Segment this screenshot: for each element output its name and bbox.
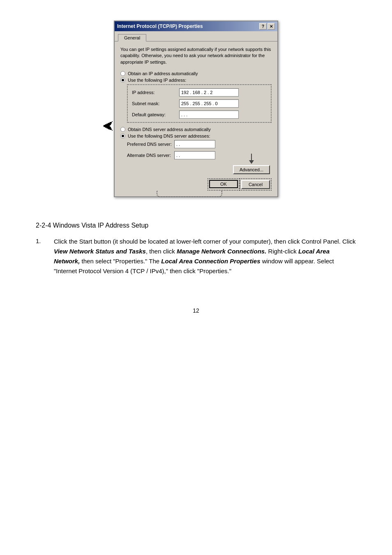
subnet-mask-row: Subnet mask: 255 . 255 . 255 . 0 — [132, 99, 267, 108]
radio-obtain-auto-input[interactable] — [120, 71, 125, 76]
dotted-bottom-annotation — [157, 191, 222, 197]
radio-obtain-auto-label: Obtain an IP address automatically — [128, 71, 198, 76]
ok-btn-wrapper: OK — [209, 180, 238, 189]
radio-use-following-input[interactable] — [120, 78, 125, 83]
arrow-head-icon — [249, 160, 254, 164]
text-middle-3: then select "Properties." The — [80, 258, 161, 265]
default-gateway-input[interactable]: . . . — [179, 111, 239, 119]
section-heading: 2-2-4 Windows Vista IP Address Setup — [36, 222, 356, 229]
radio-use-following[interactable]: Use the following IP address: — [120, 78, 272, 83]
preferred-dns-label: Preferred DNS server: — [127, 142, 174, 147]
radio-obtain-dns-auto[interactable]: Obtain DNS server address automatically — [120, 127, 272, 132]
tab-bar: General — [115, 31, 277, 41]
ip-address-row: IP address: 192 . 168 . 2 . 2 — [132, 88, 267, 97]
radio-use-following-label: Use the following IP address: — [128, 78, 186, 83]
bold-text-1: View Network Status and Tasks — [54, 248, 146, 255]
cursor-arrow-icon: ⮜ — [102, 120, 114, 134]
radio-use-dns-input[interactable] — [120, 134, 125, 138]
page-number: 12 — [28, 283, 364, 314]
list-item-1: 1. Click the Start button (it should be … — [36, 237, 356, 276]
cancel-btn-wrapper: Cancel — [241, 180, 270, 189]
ip-fields-section: IP address: 192 . 168 . 2 . 2 Subnet mas… — [127, 84, 272, 123]
text-before: Click the Start button (it should be loc… — [54, 238, 356, 245]
radio-obtain-auto[interactable]: Obtain an IP address automatically — [120, 71, 272, 76]
text-middle-1: , then click — [146, 248, 177, 255]
bold-text-4: Local Area Connection Properties — [161, 258, 260, 265]
default-gateway-row: Default gateway: . . . — [132, 111, 267, 119]
subnet-mask-input[interactable]: 255 . 255 . 255 . 0 — [179, 99, 239, 108]
advanced-btn-row: Advanced... — [120, 165, 272, 174]
alternate-dns-input[interactable]: . . — [174, 151, 215, 159]
list-content-1: Click the Start button (it should be loc… — [54, 237, 356, 276]
list-number-1: 1. — [36, 237, 46, 276]
radio-obtain-dns-auto-label: Obtain DNS server address automatically — [128, 127, 211, 132]
dialog-inner: You can get IP settings assigned automat… — [115, 41, 277, 196]
help-button[interactable]: ? — [259, 23, 267, 30]
close-button[interactable]: ✕ — [267, 23, 275, 30]
titlebar-buttons: ? ✕ — [259, 23, 275, 30]
arrow-shaft — [251, 154, 252, 160]
dialog-titlebar: Internet Protocol (TCP/IP) Properties ? … — [115, 21, 277, 31]
subnet-mask-label: Subnet mask: — [132, 101, 179, 106]
alternate-dns-label: Alternate DNS server: — [127, 153, 174, 158]
dialog-wrapper: ⮜ Internet Protocol (TCP/IP) Properties … — [114, 21, 278, 197]
page-content: ⮜ Internet Protocol (TCP/IP) Properties … — [28, 16, 364, 314]
preferred-dns-row: Preferred DNS server: . . — [127, 140, 272, 148]
default-gateway-label: Default gateway: — [132, 112, 179, 117]
dialog-wrapper-inner: ⮜ Internet Protocol (TCP/IP) Properties … — [114, 21, 278, 197]
text-middle-2: Right-click — [266, 248, 298, 255]
buttons-section: OK Cancel — [120, 180, 272, 191]
body-text-section: 2-2-4 Windows Vista IP Address Setup 1. … — [36, 222, 356, 283]
ip-address-input[interactable]: 192 . 168 . 2 . 2 — [179, 88, 239, 97]
dialog-title: Internet Protocol (TCP/IP) Properties — [117, 23, 203, 29]
preferred-dns-input[interactable]: . . — [174, 140, 215, 148]
advanced-button[interactable]: Advanced... — [233, 165, 270, 174]
advanced-btn-container: Advanced... — [233, 165, 270, 174]
numbered-list: 1. Click the Start button (it should be … — [36, 237, 356, 276]
radio-use-dns[interactable]: Use the following DNS server addresses: — [120, 134, 272, 138]
tcp-ip-dialog: Internet Protocol (TCP/IP) Properties ? … — [114, 21, 278, 197]
down-arrow-indicator — [249, 154, 254, 164]
radio-obtain-dns-auto-input[interactable] — [120, 127, 125, 132]
ip-address-label: IP address: — [132, 90, 179, 95]
radio-use-dns-label: Use the following DNS server addresses: — [128, 134, 210, 138]
cancel-dotted-box — [240, 178, 272, 191]
ok-cancel-wrapper: OK Cancel — [120, 180, 272, 191]
bold-text-2: Manage Network Connections. — [177, 248, 266, 255]
description-text: You can get IP settings assigned automat… — [120, 46, 272, 65]
ok-dotted-box — [208, 178, 240, 191]
tab-general[interactable]: General — [118, 34, 146, 41]
dialog-body: General You can get IP settings assigned… — [115, 31, 277, 196]
